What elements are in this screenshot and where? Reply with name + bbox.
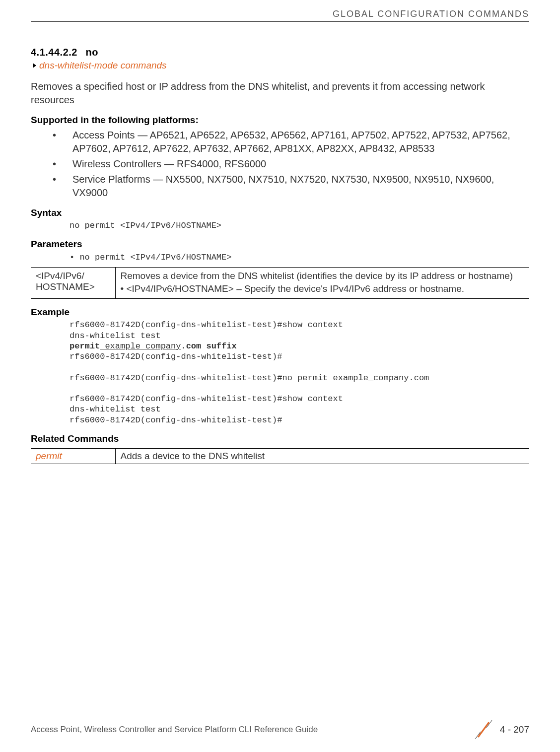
section-title bbox=[79, 47, 85, 58]
section-number: 4.1.44.2.2 bbox=[31, 47, 77, 58]
table-row: <IPv4/IPv6/ HOSTNAME> Removes a device f… bbox=[31, 268, 529, 299]
table-row: permit Adds a device to the DNS whitelis… bbox=[31, 448, 529, 464]
param-desc-main: Removes a device from the DNS whitelist … bbox=[121, 271, 525, 281]
breadcrumb-text[interactable]: dns-whitelist-mode commands bbox=[39, 60, 167, 71]
section-heading-row: 4.1.44.2.2 no bbox=[31, 47, 529, 58]
example-underline: example_company bbox=[100, 342, 181, 351]
example-line: rfs6000-81742D(config-dns-whitelist-test… bbox=[70, 373, 429, 383]
svg-line-0 bbox=[478, 722, 489, 737]
parameters-table: <IPv4/IPv6/ HOSTNAME> Removes a device f… bbox=[31, 267, 529, 299]
list-item: Service Platforms — NX5500, NX7500, NX75… bbox=[53, 173, 529, 200]
content-area: 4.1.44.2.2 no dns-whitelist-mode command… bbox=[31, 22, 529, 464]
example-line: dns-whitelist test bbox=[70, 405, 161, 414]
syntax-heading: Syntax bbox=[31, 207, 529, 218]
page-number: 4 - 207 bbox=[500, 724, 529, 735]
section-title-text: no bbox=[86, 47, 98, 58]
related-cmd-cell: permit bbox=[31, 448, 115, 464]
bullet-icon: • bbox=[70, 253, 79, 262]
param-name-cell: <IPv4/IPv6/ HOSTNAME> bbox=[31, 268, 115, 299]
slash-icon bbox=[474, 720, 493, 739]
param-desc-sub: • <IPv4/IPv6/HOSTNAME> – Specify the dev… bbox=[121, 283, 525, 294]
footer-right: 4 - 207 bbox=[474, 720, 529, 739]
related-heading: Related Commands bbox=[31, 433, 529, 444]
intro-paragraph: Removes a specified host or IP address f… bbox=[31, 80, 529, 107]
supported-list: Access Points — AP6521, AP6522, AP6532, … bbox=[31, 129, 529, 200]
parameters-line: • no permit <IPv4/IPv6/HOSTNAME> bbox=[31, 253, 529, 262]
example-bold: .com suffix bbox=[181, 342, 236, 351]
breadcrumb: dns-whitelist-mode commands bbox=[31, 60, 529, 71]
list-item: Access Points — AP6521, AP6522, AP6532, … bbox=[53, 129, 529, 155]
example-line: rfs6000-81742D(config-dns-whitelist-test… bbox=[70, 320, 343, 330]
running-head: GLOBAL CONFIGURATION COMMANDS bbox=[31, 9, 529, 19]
parameters-line-text: no permit <IPv4/IPv6/HOSTNAME> bbox=[79, 253, 231, 262]
example-line: rfs6000-81742D(config-dns-whitelist-test… bbox=[70, 394, 343, 404]
example-line: rfs6000-81742D(config-dns-whitelist-test… bbox=[70, 352, 282, 361]
example-line: dns-whitelist test bbox=[70, 331, 161, 341]
example-heading: Example bbox=[31, 307, 529, 318]
parameters-heading: Parameters bbox=[31, 239, 529, 250]
page: GLOBAL CONFIGURATION COMMANDS 4.1.44.2.2… bbox=[0, 0, 560, 752]
supported-heading: Supported in the following platforms: bbox=[31, 115, 529, 126]
example-code: rfs6000-81742D(config-dns-whitelist-test… bbox=[31, 320, 529, 425]
related-desc-cell: Adds a device to the DNS whitelist bbox=[115, 448, 529, 464]
param-desc-cell: Removes a device from the DNS whitelist … bbox=[115, 268, 529, 299]
related-table: permit Adds a device to the DNS whitelis… bbox=[31, 448, 529, 464]
example-line: rfs6000-81742D(config-dns-whitelist-test… bbox=[70, 415, 282, 425]
syntax-code: no permit <IPv4/IPv6/HOSTNAME> bbox=[31, 220, 529, 231]
example-bold: permit bbox=[70, 342, 100, 351]
arrow-right-icon bbox=[33, 63, 36, 68]
page-footer: Access Point, Wireless Controller and Se… bbox=[31, 720, 529, 739]
footer-guide-title: Access Point, Wireless Controller and Se… bbox=[31, 725, 318, 735]
list-item: Wireless Controllers — RFS4000, RFS6000 bbox=[53, 157, 529, 171]
related-cmd-link[interactable]: permit bbox=[36, 451, 62, 461]
